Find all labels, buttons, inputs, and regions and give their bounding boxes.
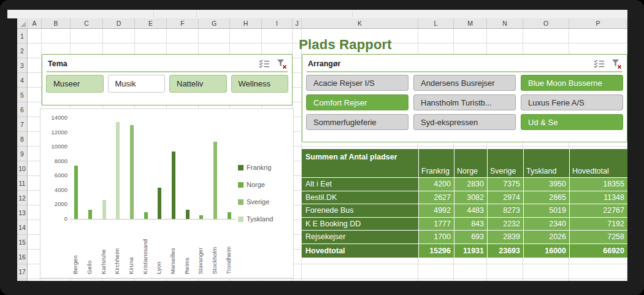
pivot-total-cell[interactable]: 16000 xyxy=(523,243,569,258)
column-header-J[interactable]: J xyxy=(293,18,302,28)
chart-bar-stockholm[interactable] xyxy=(213,142,217,219)
pivot-column-header-sverige[interactable]: Sverige xyxy=(487,149,523,177)
column-header-N[interactable]: N xyxy=(487,18,523,28)
pivot-cell[interactable]: 18355 xyxy=(569,177,627,191)
pivot-total-cell[interactable]: 15296 xyxy=(418,243,454,258)
pivot-row-label-k-e-booking-dd[interactable]: K E Booking DD xyxy=(302,217,418,231)
row-header-10[interactable]: 10 xyxy=(17,161,27,176)
slicer-item-hanstholm-turistb[interactable]: Hanstholm Turistb... xyxy=(413,94,516,110)
legend-item-norge[interactable]: Norge xyxy=(238,182,273,188)
pivot-total-cell[interactable]: 23693 xyxy=(487,243,523,258)
slicer-item-comfort-rejser[interactable]: Comfort Rejser xyxy=(306,94,408,110)
pivot-cell[interactable]: 22767 xyxy=(569,204,627,217)
row-header-13[interactable]: 13 xyxy=(17,205,27,220)
chart-bar-bergen[interactable] xyxy=(74,166,78,219)
pivot-cell[interactable]: 5019 xyxy=(523,204,569,217)
pivot-row-label-forenede-bus[interactable]: Forenede Bus xyxy=(302,204,418,217)
pivot-column-header-norge[interactable]: Norge xyxy=(454,149,487,177)
bar-chart[interactable]: 14000120001000080006000400020000BergenGe… xyxy=(40,109,294,278)
legend-item-frankrig[interactable]: Frankrig xyxy=(238,164,273,170)
row-header-2[interactable]: 2 xyxy=(17,44,27,58)
slicer-item-andersens-busrejser[interactable]: Andersens Busrejser xyxy=(413,75,516,91)
chart-bar-stavanger[interactable] xyxy=(199,215,203,219)
row-header-9[interactable]: 9 xyxy=(17,147,27,161)
pivot-cell[interactable]: 4200 xyxy=(418,177,454,191)
column-header-P[interactable]: P xyxy=(569,18,627,28)
column-header-I[interactable]: I xyxy=(262,18,293,28)
pivot-header-title-cell[interactable]: Summen af Antal pladser xyxy=(302,149,418,177)
pivot-cell[interactable]: 4483 xyxy=(454,204,487,217)
pivot-cell[interactable]: 2974 xyxy=(487,191,523,204)
row-header-14[interactable]: 14 xyxy=(17,220,27,235)
slicer-item-blue-moon-busserne[interactable]: Blue Moon Busserne xyxy=(521,75,623,91)
column-header-O[interactable]: O xyxy=(523,18,569,28)
multi-select-icon[interactable] xyxy=(259,59,270,68)
row-header-16[interactable]: 16 xyxy=(17,250,27,264)
row-header-12[interactable]: 12 xyxy=(17,191,27,205)
pivot-row-label-alt-i-eet[interactable]: Alt i Eet xyxy=(302,177,418,191)
row-header-8[interactable]: 8 xyxy=(17,132,27,147)
column-header-G[interactable]: G xyxy=(199,18,230,28)
legend-item-tyskland[interactable]: Tyskland xyxy=(238,216,273,222)
pivot-cell[interactable]: 2665 xyxy=(523,191,569,204)
row-header-1[interactable]: 1 xyxy=(17,29,27,44)
row-header-3[interactable]: 3 xyxy=(17,58,27,73)
column-header-D[interactable]: D xyxy=(103,18,135,28)
pivot-column-header-tyskland[interactable]: Tyskland xyxy=(523,149,569,177)
column-header-M[interactable]: M xyxy=(454,18,487,28)
pivot-cell[interactable]: 843 xyxy=(454,217,487,231)
pivot-cell[interactable]: 2232 xyxy=(487,217,523,231)
pivot-cell[interactable]: 8273 xyxy=(487,204,523,217)
slicer-item-luxus-ferie-a-s[interactable]: Luxus Ferie A/S xyxy=(521,94,623,110)
pivot-cell[interactable]: 693 xyxy=(454,230,487,243)
chart-bar-marseilles[interactable] xyxy=(172,151,175,219)
pivot-total-cell[interactable]: 66920 xyxy=(569,243,627,258)
chart-bar-kristianssand[interactable] xyxy=(144,212,148,219)
row-header-15[interactable]: 15 xyxy=(17,235,27,250)
pivot-row-label-bestil-dk[interactable]: Bestil.DK xyxy=(302,191,418,204)
chart-bar-kirchheim[interactable] xyxy=(116,122,120,219)
column-header-K[interactable]: K xyxy=(302,18,418,28)
pivot-total-cell[interactable]: 11931 xyxy=(454,243,487,258)
pivot-total-label[interactable]: Hovedtotal xyxy=(302,243,418,258)
row-header-11[interactable]: 11 xyxy=(17,176,27,191)
column-header-E[interactable]: E xyxy=(135,18,167,28)
column-header-C[interactable]: C xyxy=(71,18,103,28)
row-header-5[interactable]: 5 xyxy=(17,88,27,102)
slicer-item-syd-ekspressen[interactable]: Syd-ekspressen xyxy=(413,114,516,130)
pivot-row-label-rejsekejser[interactable]: Rejsekejser xyxy=(302,230,418,243)
pivot-cell[interactable]: 3950 xyxy=(523,177,569,191)
column-header-B[interactable]: B xyxy=(42,18,71,28)
pivot-cell[interactable]: 7258 xyxy=(569,230,627,243)
row-header-4[interactable]: 4 xyxy=(17,73,27,88)
pivot-column-header-frankrig[interactable]: Frankrig xyxy=(418,149,454,177)
row-header-7[interactable]: 7 xyxy=(17,117,27,132)
clear-filter-icon[interactable] xyxy=(611,59,622,69)
pivot-cell[interactable]: 2830 xyxy=(454,177,487,191)
multi-select-icon[interactable] xyxy=(594,59,605,68)
slicer-item-ud-se[interactable]: Ud & Se xyxy=(521,114,623,130)
legend-item-sverige[interactable]: Sverige xyxy=(238,199,273,205)
chart-bar-kiruna[interactable] xyxy=(130,125,134,219)
column-header-L[interactable]: L xyxy=(418,18,454,28)
select-all-corner[interactable] xyxy=(17,18,28,28)
pivot-cell[interactable]: 2026 xyxy=(523,230,569,243)
chart-bar-lyon[interactable] xyxy=(158,188,161,219)
slicer-item-sommerfugleferie[interactable]: Sommerfugleferie xyxy=(306,114,408,130)
column-header-H[interactable]: H xyxy=(230,18,262,28)
column-header-A[interactable]: A xyxy=(28,18,42,28)
slicer-item-musik[interactable]: Musik xyxy=(108,75,166,93)
chart-bar-reims[interactable] xyxy=(186,210,190,219)
column-header-F[interactable]: F xyxy=(167,18,199,28)
pivot-cell[interactable]: 3082 xyxy=(454,191,487,204)
pivot-cell[interactable]: 7192 xyxy=(569,217,627,231)
row-header-6[interactable]: 6 xyxy=(17,102,27,117)
chart-bar-geilo[interactable] xyxy=(88,210,92,219)
chart-bar-karlsruhe[interactable] xyxy=(102,200,106,219)
slicer-item-wellness[interactable]: Wellness xyxy=(231,75,289,93)
slicer-item-museer[interactable]: Museer xyxy=(46,75,104,93)
pivot-cell[interactable]: 7375 xyxy=(487,177,523,191)
pivot-cell[interactable]: 1777 xyxy=(418,217,454,231)
slicer-item-natteliv[interactable]: Natteliv xyxy=(169,75,227,93)
slicer-item-acacie-rejser-i-s[interactable]: Acacie Rejser I/S xyxy=(306,75,408,91)
